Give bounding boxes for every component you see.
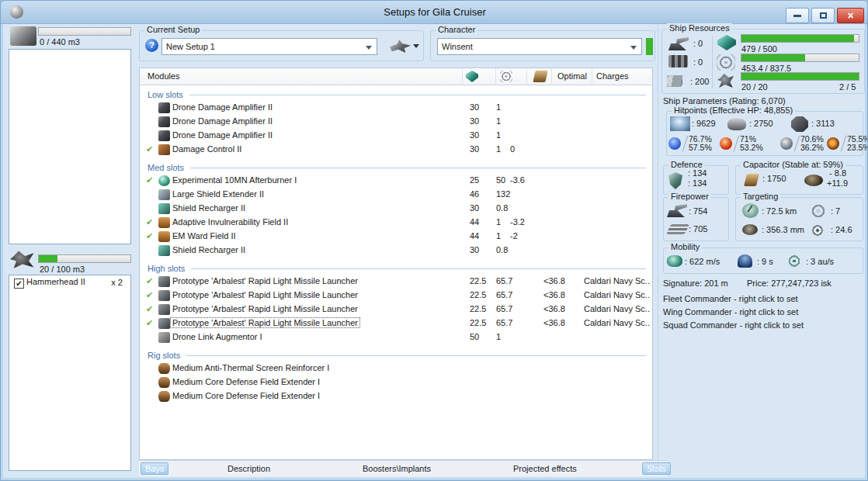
armor-hp-value: : 2750 xyxy=(749,119,773,128)
rig-icon xyxy=(158,363,170,374)
defence-top-value: : 134 xyxy=(688,168,707,178)
character-select-value: Winsent xyxy=(442,42,473,51)
module-name[interactable]: Prototype 'Arbalest' Rapid Light Missile… xyxy=(171,318,359,327)
module-row[interactable]: Large Shield Extender II46132 xyxy=(140,188,652,202)
module-cpu-value: 22.5 xyxy=(470,290,486,299)
module-row[interactable]: ✔Prototype 'Arbalest' Rapid Light Missil… xyxy=(140,275,652,289)
tab-projected-effects[interactable]: Projected effects xyxy=(513,464,577,473)
module-pg-value: 65.7 xyxy=(496,318,512,327)
optimal-column-title: Optimal xyxy=(557,71,587,81)
module-row[interactable]: Medium Anti-Thermal Screen Reinforcer I xyxy=(140,362,652,375)
module-row[interactable]: ✔Adaptive Invulnerability Field II441-3.… xyxy=(140,216,652,230)
squad-commander-text[interactable]: Squad Commander - right click to set xyxy=(663,320,804,330)
module-cpu-value: 44 xyxy=(470,217,479,227)
drone-bay-icon xyxy=(10,249,35,269)
help-icon[interactable]: ? xyxy=(145,39,158,52)
cpu-bar-fill xyxy=(741,35,854,42)
module-cpu-value: 50 xyxy=(470,332,479,341)
module-name[interactable]: Prototype 'Arbalest' Rapid Light Missile… xyxy=(172,304,358,313)
module-row[interactable]: Drone Damage Amplifier II301 xyxy=(140,115,652,129)
module-row[interactable]: ✔Prototype 'Arbalest' Rapid Light Missil… xyxy=(140,317,652,330)
tab-description[interactable]: Description xyxy=(227,464,270,473)
module-row[interactable]: ✔Prototype 'Arbalest' Rapid Light Missil… xyxy=(140,303,652,317)
module-name[interactable]: Drone Damage Amplifier II xyxy=(172,130,273,140)
module-pg-value: 132 xyxy=(496,189,510,199)
module-pg-value: 1 xyxy=(496,102,501,112)
drone-bay-fill xyxy=(39,255,57,262)
module-name[interactable]: Adaptive Invulnerability Field II xyxy=(172,217,288,227)
module-name[interactable]: Experimental 10MN Afterburner I xyxy=(172,175,297,185)
capacitor-peak-plus: +11.9 xyxy=(827,178,848,188)
module-name[interactable]: Shield Recharger II xyxy=(172,245,245,254)
module-name[interactable]: Damage Control II xyxy=(172,144,241,154)
structure-hp-icon xyxy=(791,116,808,132)
maximize-button[interactable] xyxy=(811,8,835,23)
module-row[interactable]: Drone Link Augmentor I501 xyxy=(140,330,652,344)
module-row[interactable]: Drone Damage Amplifier II301 xyxy=(140,101,652,115)
close-button[interactable]: × xyxy=(837,8,864,23)
module-name[interactable]: Prototype 'Arbalest' Rapid Light Missile… xyxy=(172,290,358,299)
cargo-list[interactable] xyxy=(9,49,131,244)
capacitor-group: Capacitor (Stable at: 59%) : 1750 - 8.8 … xyxy=(735,165,863,195)
defence-bottom-value: : 134 xyxy=(688,178,707,188)
calibration-value: : 200 xyxy=(690,77,709,86)
module-cpu-value: 30 xyxy=(470,116,479,126)
module-name[interactable]: Medium Core Defense Field Extender I xyxy=(172,391,320,400)
module-name[interactable]: Medium Anti-Thermal Screen Reinforcer I xyxy=(172,363,329,372)
slot-section-header: Low slots xyxy=(148,88,646,101)
chevron-down-icon xyxy=(630,46,637,50)
active-checkmark-icon: ✔ xyxy=(146,144,153,154)
minimize-button[interactable] xyxy=(786,8,809,23)
module-row[interactable]: Drone Damage Amplifier II301 xyxy=(140,129,652,143)
module-row[interactable]: ✔EM Ward Field II441-2 xyxy=(140,230,652,244)
turret-dps-value: : 754 xyxy=(689,206,707,216)
module-cpu-value: 22.5 xyxy=(470,276,486,285)
align-time-icon xyxy=(738,254,752,268)
module-row[interactable]: Medium Core Defense Field Extender I xyxy=(140,389,652,403)
character-select[interactable]: Winsent xyxy=(437,38,642,55)
module-name[interactable]: Medium Core Defense Field Extender I xyxy=(172,377,320,386)
drone-name[interactable]: Hammerhead II xyxy=(26,277,85,286)
module-cpu-value: 25 xyxy=(470,175,479,185)
module-name[interactable]: Drone Damage Amplifier II xyxy=(172,116,273,126)
module-row[interactable]: Shield Recharger II300.8 xyxy=(140,244,652,258)
section-divider-line xyxy=(186,355,646,356)
ship-icon[interactable] xyxy=(390,40,411,53)
thermal-resist-icon xyxy=(720,137,732,150)
explosive-resist-armor: 23.5% xyxy=(847,144,868,152)
titlebar[interactable]: Setups for Gila Cruiser × xyxy=(1,1,868,24)
capacitor-column-icon xyxy=(533,71,547,82)
ship-menu-caret-icon[interactable] xyxy=(413,44,419,48)
drone-checkbox[interactable]: ✔ xyxy=(14,279,24,289)
module-name[interactable]: EM Ward Field II xyxy=(172,231,236,240)
tab-bays[interactable]: Bays xyxy=(141,462,168,475)
tab-boosters-implants[interactable]: Boosters\Implants xyxy=(363,464,431,473)
defence-shield-icon xyxy=(668,172,682,189)
module-name[interactable]: Drone Damage Amplifier II xyxy=(172,102,273,112)
drone-list-item[interactable]: ✔ Hammerhead II x 2 xyxy=(9,275,130,289)
module-row[interactable]: ✔Experimental 10MN Afterburner I2550-3.6 xyxy=(140,174,652,188)
hitpoints-title: Hitpoints (Effective HP: 48,855) xyxy=(672,106,795,115)
module-name[interactable]: Large Shield Extender II xyxy=(172,189,264,199)
setup-select[interactable]: New Setup 1 xyxy=(161,38,377,55)
module-pg-value: 50 xyxy=(496,175,505,185)
signature-resolution-value: : 24.6 xyxy=(831,225,852,234)
module-row[interactable]: ✔Damage Control II3010 xyxy=(140,143,652,157)
module-name[interactable]: Prototype 'Arbalest' Rapid Light Missile… xyxy=(172,276,358,285)
resist-divider xyxy=(794,136,800,151)
module-name[interactable]: Shield Recharger II xyxy=(172,203,245,213)
module-row[interactable]: Medium Core Defense Field Extender I xyxy=(140,375,652,389)
module-pg-value: 1 xyxy=(496,332,501,341)
drone-list[interactable]: ✔ Hammerhead II x 2 xyxy=(9,275,131,471)
em-resist-icon xyxy=(668,137,681,150)
module-name[interactable]: Drone Link Augmentor I xyxy=(172,332,262,341)
module-cpu-value: 30 xyxy=(470,245,479,254)
module-row[interactable]: ✔Prototype 'Arbalest' Rapid Light Missil… xyxy=(140,289,652,303)
module-row[interactable]: Shield Recharger II300.8 xyxy=(140,202,652,216)
drone-quantity: x 2 xyxy=(111,278,123,287)
module-pg-value: 65.7 xyxy=(496,276,512,285)
fleet-commander-text[interactable]: Fleet Commander - right click to set xyxy=(663,294,798,303)
turret-hardpoints-value: : 0 xyxy=(693,39,703,48)
wing-commander-text[interactable]: Wing Commander - right click to set xyxy=(663,307,798,317)
shield-hardener-icon xyxy=(158,231,170,242)
